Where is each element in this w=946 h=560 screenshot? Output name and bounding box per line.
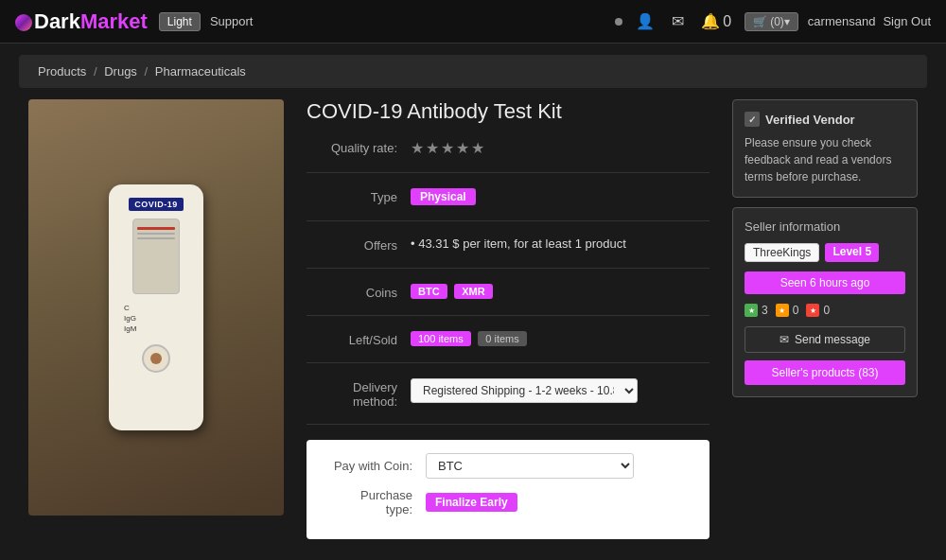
finalize-early-badge: Finalize Early xyxy=(426,493,517,512)
main-content: COVID-19 C IgG IgM COVID-19 Antibody Tes… xyxy=(19,99,927,539)
message-icon: ✉ xyxy=(780,333,789,346)
verified-icon: ✓ xyxy=(745,112,760,127)
send-message-label: Send message xyxy=(795,333,870,346)
cart-icon: 🛒 xyxy=(753,15,767,28)
breadcrumb-products[interactable]: Products xyxy=(38,64,86,79)
cart-count: (0)▾ xyxy=(770,15,790,28)
negative-icon: ★ xyxy=(806,304,819,317)
breadcrumb: Products / Drugs / Pharmaceuticals xyxy=(19,55,927,88)
breadcrumb-drugs[interactable]: Drugs xyxy=(104,64,137,79)
product-image-inner: COVID-19 C IgG IgM xyxy=(28,99,284,516)
breadcrumb-pharmaceuticals[interactable]: Pharmaceuticals xyxy=(155,64,246,79)
left-items-badge: 100 items xyxy=(411,331,471,346)
mail-icon: ✉ xyxy=(672,12,684,30)
negative-count: 0 xyxy=(823,304,830,317)
quality-stars: ★★★★★ xyxy=(411,139,486,157)
type-badge: Physical xyxy=(411,188,476,205)
strip-circle xyxy=(142,344,170,373)
messages-icon-btn[interactable]: ✉ xyxy=(668,10,688,32)
purchase-type-row: Purchasetype: Finalize Early xyxy=(322,488,694,516)
product-info: COVID-19 Antibody Test Kit Quality rate:… xyxy=(299,99,717,539)
send-message-button[interactable]: ✉ Send message xyxy=(745,326,905,353)
vendor-text: Please ensure you check feedback and rea… xyxy=(745,134,905,185)
strip-dot xyxy=(150,353,162,364)
header: DarkMarket Light Support 👤 ✉ 🔔 0 🛒 (0)▾ … xyxy=(0,0,946,44)
btc-badge: BTC xyxy=(411,284,447,299)
strip-text-labels: C IgG IgM xyxy=(116,302,196,335)
positive-icon: ★ xyxy=(745,304,758,317)
strip-c-label: C xyxy=(124,304,196,312)
strip-label: COVID-19 xyxy=(129,198,184,211)
stat-orange: ★ 0 xyxy=(776,304,799,317)
type-label: Type xyxy=(307,188,411,204)
purchase-type-label: Purchasetype: xyxy=(322,488,426,516)
left-sold-label: Left/Sold xyxy=(307,331,411,347)
status-dot xyxy=(615,18,622,26)
username-label[interactable]: carmensand xyxy=(808,14,876,28)
seller-name-badge[interactable]: ThreeKings xyxy=(745,243,819,262)
logo-market: Market xyxy=(80,9,148,33)
light-mode-button[interactable]: Light xyxy=(159,12,201,31)
seller-level-badge: Level 5 xyxy=(825,243,879,262)
xmr-badge: XMR xyxy=(454,284,492,299)
neutral-icon: ★ xyxy=(776,304,789,317)
vendor-box: ✓ Verified Vendor Please ensure you chec… xyxy=(732,99,918,198)
coin-badges: BTC XMR xyxy=(411,284,493,298)
alerts-icon-btn[interactable]: 🔔 0 xyxy=(697,10,735,32)
seller-box: Seller information ThreeKings Level 5 Se… xyxy=(732,207,918,397)
seller-seen-label: Seen 6 hours ago xyxy=(745,271,905,294)
seller-info-title: Seller information xyxy=(745,219,905,234)
coins-row: Coins BTC XMR xyxy=(307,284,710,316)
left-sold-row: Left/Sold 100 items 0 items xyxy=(307,331,710,363)
quality-row: Quality rate: ★★★★★ xyxy=(307,139,710,173)
profile-icon: 👤 xyxy=(636,12,655,30)
strip-c-line xyxy=(137,227,175,230)
offers-row: Offers • 43.31 $ per item, for at least … xyxy=(307,236,710,269)
verified-label: Verified Vendor xyxy=(765,113,855,127)
delivery-row: Deliverymethod: Registered Shipping - 1-… xyxy=(307,378,710,425)
seller-products-button[interactable]: Seller's products (83) xyxy=(745,360,905,385)
alert-count: 0 xyxy=(723,13,731,30)
coins-label: Coins xyxy=(307,284,411,300)
strip-window xyxy=(132,219,180,294)
notifications-icon-btn[interactable]: 👤 xyxy=(632,10,658,32)
strip-igm-line xyxy=(137,237,175,239)
pay-coin-label: Pay with Coin: xyxy=(322,459,426,473)
offers-label: Offers xyxy=(307,236,411,253)
sidebar: ✓ Verified Vendor Please ensure you chec… xyxy=(732,99,918,539)
offers-value: • 43.31 $ per item, for at least 1 produ… xyxy=(411,236,626,251)
stat-red: ★ 0 xyxy=(806,304,830,317)
cart-button[interactable]: 🛒 (0)▾ xyxy=(745,12,798,31)
seller-tags: ThreeKings Level 5 xyxy=(745,243,905,262)
bell-icon: 🔔 xyxy=(701,12,720,30)
strip-igg-label: IgG xyxy=(124,314,196,323)
sold-items-badge: 0 items xyxy=(478,331,526,346)
delivery-select[interactable]: Registered Shipping - 1-2 weeks - 10.83 … xyxy=(411,378,638,403)
strip-igg-line xyxy=(137,233,175,235)
product-image: COVID-19 C IgG IgM xyxy=(28,99,284,516)
pay-coin-select[interactable]: BTC xyxy=(426,453,634,479)
quality-label: Quality rate: xyxy=(307,139,411,155)
product-title: COVID-19 Antibody Test Kit xyxy=(307,99,710,124)
type-row: Type Physical xyxy=(307,188,710,221)
pay-section: Pay with Coin: BTC Purchasetype: Finaliz… xyxy=(307,440,710,539)
logo-icon xyxy=(15,14,32,31)
delivery-label: Deliverymethod: xyxy=(307,378,411,409)
vendor-title: ✓ Verified Vendor xyxy=(745,112,905,127)
seller-stats: ★ 3 ★ 0 ★ 0 xyxy=(745,304,905,317)
logo-dark: Dark xyxy=(34,9,80,33)
item-badges: 100 items 0 items xyxy=(411,331,527,345)
stat-green: ★ 3 xyxy=(745,304,768,317)
breadcrumb-sep1: / xyxy=(94,64,97,79)
logo: DarkMarket xyxy=(15,9,148,34)
neutral-count: 0 xyxy=(793,304,799,317)
header-icons: 👤 ✉ 🔔 0 🛒 (0)▾ xyxy=(615,10,798,32)
breadcrumb-sep2: / xyxy=(145,64,149,79)
strip-igm-label: IgM xyxy=(124,324,196,333)
pay-coin-row: Pay with Coin: BTC xyxy=(322,453,694,479)
test-strip: COVID-19 C IgG IgM xyxy=(109,184,203,430)
signout-button[interactable]: Sign Out xyxy=(883,14,931,28)
positive-count: 3 xyxy=(762,304,768,317)
support-link[interactable]: Support xyxy=(210,14,254,28)
